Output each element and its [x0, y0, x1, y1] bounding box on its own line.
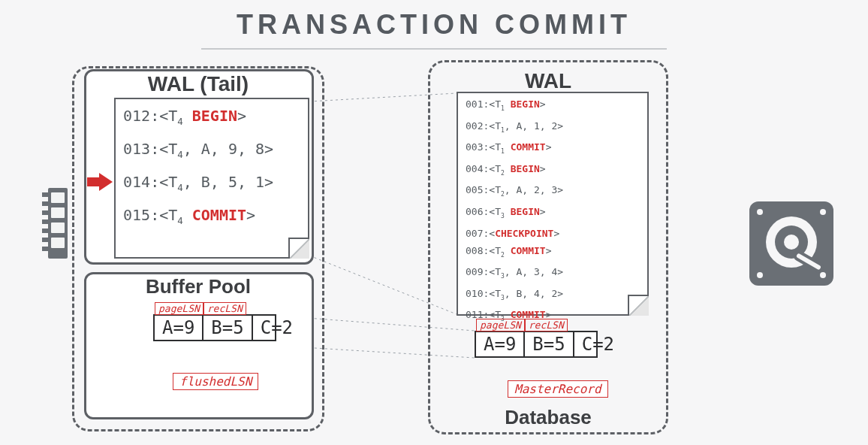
buffer-pool-title: Buffer Pool [72, 275, 324, 298]
wal-002: 002:<T1, A, 1, 2> [458, 115, 647, 137]
wal-006: 006:<T3 BEGIN> [458, 201, 647, 222]
title-rule [201, 48, 667, 50]
wal-tail-015: 015:<T4 COMMIT> [116, 198, 308, 232]
database-page-table: pageLSNrecLSN A=9 B=5 C=2 [475, 331, 598, 358]
slide-title: TRANSACTION COMMIT [0, 9, 868, 41]
db-cell-c: C=2 [574, 332, 622, 356]
wal-tail-title: WAL (Tail) [72, 72, 324, 96]
bp-header: pageLSNrecLSN [155, 302, 246, 315]
bp-cell-a: A=9 [155, 316, 203, 340]
page-fold-icon [628, 295, 649, 316]
wal-003: 003:<T1 COMMIT> [458, 136, 647, 158]
db-header: pageLSNrecLSN [476, 319, 568, 331]
wal-007: 007:<CHECKPOINT> [458, 222, 647, 240]
wal-001: 001:<T1 BEGIN> [458, 93, 647, 115]
page-fold-icon [288, 238, 309, 259]
ram-icon [42, 188, 68, 259]
bp-cell-c: C=2 [253, 316, 300, 340]
wal-010: 010:<T3, B, 4, 2> [458, 283, 647, 304]
bp-cell-b: B=5 [203, 316, 252, 340]
flushed-lsn-tag: flushedLSN [173, 373, 258, 390]
master-record-tag: MasterRecord [508, 380, 608, 398]
wal-004: 004:<T2 BEGIN> [458, 158, 647, 180]
database-title: Database [428, 406, 668, 429]
disk-icon [749, 201, 833, 286]
wal-008: 008:<T2 COMMIT> [458, 240, 647, 262]
wal-tail-013: 013:<T4, A, 9, 8> [116, 132, 308, 165]
wal-disk-page: 001:<T1 BEGIN> 002:<T1, A, 1, 2> 003:<T1… [457, 92, 649, 316]
db-cell-a: A=9 [476, 332, 525, 356]
wal-005: 005:<T2, A, 2, 3> [458, 179, 647, 201]
commit-arrow-icon [87, 173, 113, 191]
wal-tail-page: 012:<T4 BEGIN> 013:<T4, A, 9, 8> 014:<T4… [114, 98, 309, 259]
db-cell-b: B=5 [525, 332, 574, 356]
wal-tail-012: 012:<T4 BEGIN> [116, 99, 308, 132]
wal-disk-title: WAL [428, 69, 668, 93]
wal-009: 009:<T3, A, 3, 4> [458, 261, 647, 283]
wal-tail-014: 014:<T4, B, 5, 1> [116, 165, 308, 198]
buffer-pool-page-table: pageLSNrecLSN A=9 B=5 C=2 [153, 314, 276, 341]
